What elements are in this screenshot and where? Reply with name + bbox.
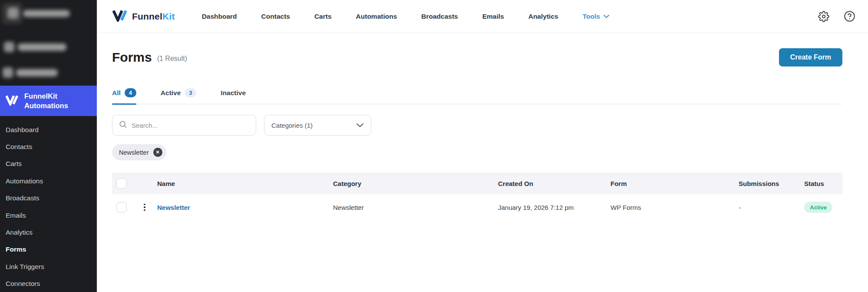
funnelkit-logo-icon: [112, 9, 128, 23]
help-icon[interactable]: [844, 10, 855, 22]
blurred-icon: [7, 7, 19, 19]
chevron-down-icon: [356, 122, 364, 129]
create-form-button[interactable]: Create Form: [779, 48, 842, 66]
top-navigation-bar: FunnelKit Dashboard Contacts Carts Autom…: [97, 0, 868, 33]
nav-broadcasts[interactable]: Broadcasts: [421, 13, 458, 20]
blurred-label: [18, 43, 66, 51]
search-box: [112, 115, 256, 136]
nav-analytics[interactable]: Analytics: [528, 13, 558, 20]
funnelkit-logo-icon: [5, 94, 19, 107]
select-all-checkbox[interactable]: [116, 178, 127, 189]
funnelkit-brand: FunnelKit: [112, 9, 175, 23]
column-header-category: Category: [329, 180, 494, 187]
tab-inactive[interactable]: Inactive: [221, 88, 246, 104]
filter-chip-newsletter: Newsletter ✕: [112, 144, 166, 160]
nav-emails[interactable]: Emails: [482, 13, 504, 20]
sidebar-item-analytics[interactable]: Analytics: [0, 224, 97, 241]
settings-gear-icon[interactable]: [818, 10, 829, 22]
sidebar-item-carts[interactable]: Carts: [0, 156, 97, 173]
column-header-created-on: Created On: [494, 180, 606, 187]
sidebar-item-link-triggers[interactable]: Link Triggers: [0, 258, 97, 275]
blurred-icon: [3, 67, 13, 78]
sidebar-item-contacts[interactable]: Contacts: [0, 138, 97, 155]
tab-all-count-badge: 4: [125, 88, 136, 97]
page-title: Forms: [112, 50, 152, 65]
nav-contacts[interactable]: Contacts: [261, 13, 290, 20]
column-header-status: Status: [800, 180, 842, 187]
top-nav: Dashboard Contacts Carts Automations Bro…: [202, 13, 610, 20]
form-name-link[interactable]: Newsletter: [157, 204, 190, 211]
plugin-submenu: Dashboard Contacts Carts Automations Bro…: [0, 121, 97, 292]
row-actions-kebab-icon[interactable]: [135, 204, 145, 211]
sidebar-item-funnelkit-automations[interactable]: FunnelKit Automations: [0, 86, 97, 116]
table-row: Newsletter Newsletter January 19, 2026 7…: [112, 194, 842, 220]
brand-wordmark: FunnelKit: [132, 11, 175, 22]
search-input[interactable]: [132, 122, 250, 129]
sidebar-plugin-name: FunnelKit Automations: [24, 91, 68, 110]
filter-row: Categories (1): [112, 115, 842, 136]
remove-filter-icon[interactable]: ✕: [153, 148, 162, 157]
row-form-source: WP Forms: [606, 204, 734, 211]
row-created-on: January 19, 2026 7:12 pm: [494, 204, 606, 211]
search-icon: [119, 120, 127, 130]
sidebar-item-dashboard[interactable]: Dashboard: [0, 121, 97, 138]
nav-carts[interactable]: Carts: [314, 13, 332, 20]
sidebar-item-connectors[interactable]: Connectors: [0, 275, 97, 292]
blurred-label: [16, 69, 58, 76]
nav-automations[interactable]: Automations: [356, 13, 397, 20]
row-checkbox[interactable]: [116, 202, 127, 212]
tab-active[interactable]: Active 3: [161, 88, 197, 104]
column-header-submissions: Submissions: [734, 180, 800, 187]
forms-page: Forms (1 Result) Create Form All 4 Activ…: [97, 33, 868, 292]
nav-tools-dropdown[interactable]: Tools: [583, 13, 610, 20]
sidebar-item-forms[interactable]: Forms: [0, 241, 97, 258]
active-filters: Newsletter ✕: [112, 144, 842, 160]
column-header-form: Form: [606, 180, 734, 187]
sidebar-item-automations[interactable]: Automations: [0, 173, 97, 189]
chevron-down-icon: [603, 13, 610, 20]
page-header: Forms (1 Result) Create Form: [112, 48, 842, 66]
blurred-icon: [4, 42, 14, 52]
result-count: (1 Result): [157, 52, 187, 63]
admin-sidebar: FunnelKit Automations Dashboard Contacts…: [0, 0, 97, 292]
sidebar-item-broadcasts[interactable]: Broadcasts: [0, 190, 97, 207]
nav-dashboard[interactable]: Dashboard: [202, 13, 237, 20]
topbar-actions: [818, 10, 868, 22]
categories-dropdown[interactable]: Categories (1): [264, 115, 371, 136]
status-tabs: All 4 Active 3 Inactive: [112, 88, 842, 104]
row-submissions: -: [734, 204, 800, 211]
column-header-name: Name: [153, 180, 329, 187]
blurred-label: [23, 10, 70, 17]
tab-all[interactable]: All 4: [112, 88, 136, 104]
table-header-row: Name Category Created On Form Submission…: [112, 173, 842, 194]
status-badge: Active: [804, 202, 832, 213]
sidebar-item-emails[interactable]: Emails: [0, 207, 97, 224]
row-category: Newsletter: [329, 204, 494, 211]
forms-table: Name Category Created On Form Submission…: [112, 173, 842, 220]
tab-active-count-badge: 3: [185, 88, 196, 97]
